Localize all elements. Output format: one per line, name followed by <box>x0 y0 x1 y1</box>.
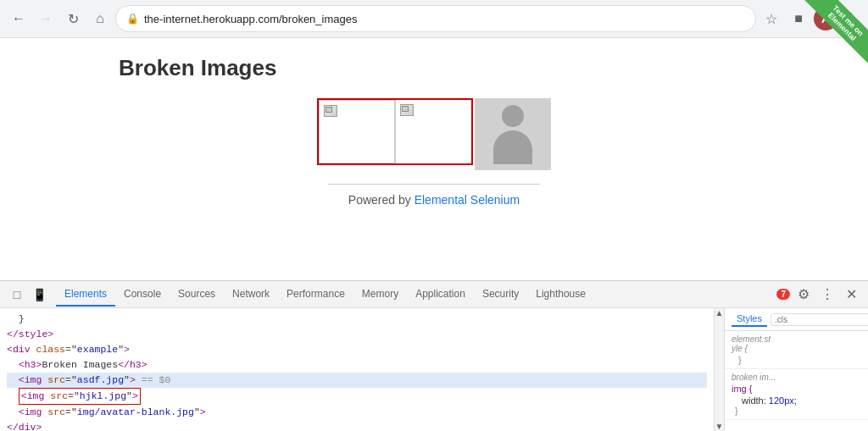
extensions-button[interactable]: ■ <box>787 7 810 30</box>
avatar-body <box>493 130 532 164</box>
code-line: } <box>7 312 707 327</box>
broken-image-icon-1 <box>323 104 337 116</box>
avatar-image <box>475 98 551 170</box>
toolbar-right: ☆ ■ A ⋮ <box>760 7 861 30</box>
devtools-tab-right: 7 ⚙ ⋮ ✕ <box>776 285 861 305</box>
devtools-settings-button[interactable]: ⚙ <box>793 285 814 305</box>
forward-button[interactable]: → <box>34 7 58 30</box>
tab-console[interactable]: Console <box>115 283 170 307</box>
tab-lighthouse[interactable]: Lighthouse <box>527 283 594 307</box>
tab-security[interactable]: Security <box>474 283 527 307</box>
tab-application[interactable]: Application <box>407 283 474 307</box>
elemental-selenium-link[interactable]: Elemental Selenium <box>415 193 520 207</box>
broken-image-icon-2 <box>399 103 413 115</box>
devtools-more-button[interactable]: ⋮ <box>817 285 837 305</box>
devtools-inspect-button[interactable]: □ <box>7 285 27 305</box>
menu-button[interactable]: ⋮ <box>841 8 861 29</box>
error-badge: 7 <box>776 289 790 300</box>
devtools-body: } </style> <div class="example"> <h3>Bro… <box>0 308 868 431</box>
broken-image-style-section: broken im... img { width: 120px; } <box>725 369 868 420</box>
code-line: </div> <box>7 420 707 431</box>
tab-performance[interactable]: Performance <box>278 283 353 307</box>
home-button[interactable]: ⌂ <box>88 7 112 30</box>
tab-memory[interactable]: Memory <box>353 283 407 307</box>
broken-image-2 <box>395 100 471 163</box>
reload-button[interactable]: ↻ <box>61 7 85 30</box>
code-line: <h3>Broken Images</h3> <box>7 357 707 373</box>
tab-sources[interactable]: Sources <box>170 283 224 307</box>
avatar-silhouette <box>492 105 534 164</box>
code-line-hjkl[interactable]: <img src="hjkl.jpg"> <box>7 388 707 405</box>
bookmark-button[interactable]: ☆ <box>760 7 783 30</box>
devtools-panel: □ 📱 Elements Console Sources Network Per… <box>0 280 868 431</box>
styles-panel: Styles :hov .cls element.style { } broke… <box>724 308 868 431</box>
code-line: </style> <box>7 327 707 342</box>
page-title: Broken Images <box>119 55 276 81</box>
avatar-head <box>502 105 524 127</box>
styles-filter-input[interactable] <box>771 313 868 326</box>
devtools-device-button[interactable]: 📱 <box>29 285 49 305</box>
element-style-section: element.style { } <box>725 331 868 369</box>
tab-network[interactable]: Network <box>224 283 278 307</box>
code-line-asdf[interactable]: <img src="asdf.jpg"> == $0 <box>7 373 707 388</box>
address-bar[interactable]: 🔒 <box>115 5 756 32</box>
devtools-close-button[interactable]: ✕ <box>841 285 861 305</box>
code-line: <div class="example"> <box>7 342 707 357</box>
styles-header: Styles :hov .cls <box>725 308 868 331</box>
images-row <box>317 98 551 170</box>
back-button[interactable]: ← <box>7 7 31 30</box>
broken-images-outline <box>317 98 473 165</box>
tab-elements[interactable]: Elements <box>56 283 115 307</box>
devtools-icons: □ 📱 <box>7 285 49 305</box>
url-input[interactable] <box>144 13 745 25</box>
powered-by-section: Powered by Elemental Selenium <box>328 184 540 207</box>
powered-by-text: Powered by Elemental Selenium <box>328 193 540 207</box>
code-line-avatar: <img src="img/avatar-blank.jpg"> <box>7 405 707 420</box>
profile-avatar[interactable]: A <box>814 7 837 30</box>
divider-line <box>328 184 540 185</box>
elements-panel[interactable]: } </style> <div class="example"> <h3>Bro… <box>0 308 714 431</box>
broken-image-1 <box>319 100 395 163</box>
devtools-tabs-bar: □ 📱 Elements Console Sources Network Per… <box>0 281 868 308</box>
lock-icon: 🔒 <box>126 13 139 25</box>
scroll-arrows[interactable]: ▲ ▼ <box>714 308 724 431</box>
styles-tab[interactable]: Styles <box>732 312 767 327</box>
browser-toolbar: ← → ↻ ⌂ 🔒 ☆ ■ A ⋮ <box>0 0 868 38</box>
